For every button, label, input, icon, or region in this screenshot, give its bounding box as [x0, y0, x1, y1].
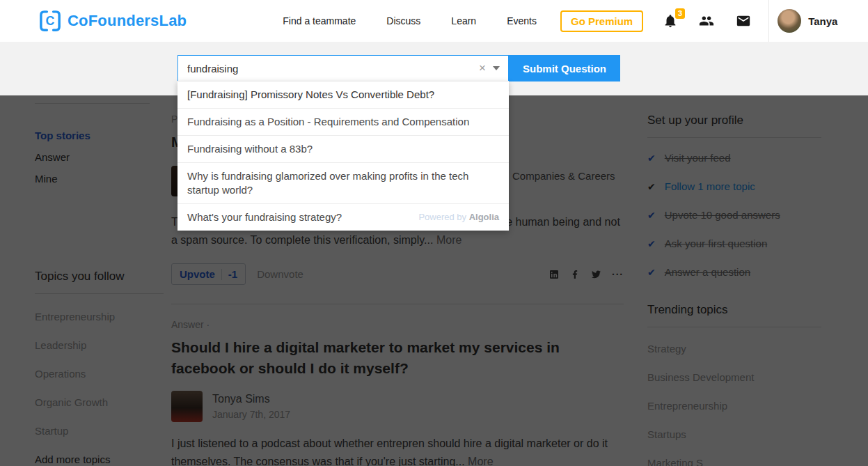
search-input-wrap: × [177, 55, 509, 81]
brand-c-icon: C [38, 9, 62, 33]
clear-search-icon[interactable]: × [475, 61, 490, 75]
suggestion-label: What's your fundraising strategy? [187, 210, 342, 224]
cofounderslab-logo[interactable]: C CoFoundersLab [38, 9, 187, 33]
connections-people-icon[interactable] [697, 13, 716, 29]
submit-question-button[interactable]: Submit Question [509, 55, 620, 81]
cofounderslab-page: C CoFoundersLab Find a teammate Discuss … [0, 0, 868, 466]
suggestion-item[interactable]: Why is fundraising glamorized over makin… [177, 163, 509, 204]
nav-learn[interactable]: Learn [451, 15, 476, 26]
notification-count-badge: 3 [675, 8, 685, 19]
brand-name: CoFoundersLab [68, 12, 187, 30]
svg-text:C: C [46, 14, 55, 28]
header-icons: 3 [663, 13, 771, 29]
nav-find-a-teammate[interactable]: Find a teammate [283, 15, 356, 26]
suggestion-item[interactable]: Fundraising as a Position - Requirements… [177, 109, 509, 136]
user-menu[interactable]: Tanya [778, 9, 837, 33]
nav-discuss[interactable]: Discuss [386, 15, 420, 26]
suggestion-item[interactable]: Fundraising without a 83b? [177, 136, 509, 163]
top-navbar: C CoFoundersLab Find a teammate Discuss … [0, 0, 868, 42]
nav-events[interactable]: Events [507, 15, 537, 26]
go-premium-button[interactable]: Go Premium [560, 10, 643, 32]
algolia-attribution: Powered by Algolia [418, 210, 499, 224]
notifications-bell-icon[interactable]: 3 [663, 13, 678, 29]
user-avatar[interactable] [778, 9, 801, 33]
question-search-input[interactable] [178, 56, 475, 81]
header-divider [768, 0, 769, 42]
suggestion-item[interactable]: What's your fundraising strategy? Powere… [177, 204, 509, 231]
messages-envelope-icon[interactable] [735, 13, 752, 29]
user-name: Tanya [808, 15, 837, 27]
suggestion-item[interactable]: [Fundraising] Promissory Notes Vs Conver… [177, 81, 509, 109]
chevron-down-icon[interactable] [493, 66, 500, 70]
main-nav: Find a teammate Discuss Learn Events Go … [283, 10, 643, 32]
search-suggestions-dropdown: [Fundraising] Promissory Notes Vs Conver… [177, 81, 509, 231]
